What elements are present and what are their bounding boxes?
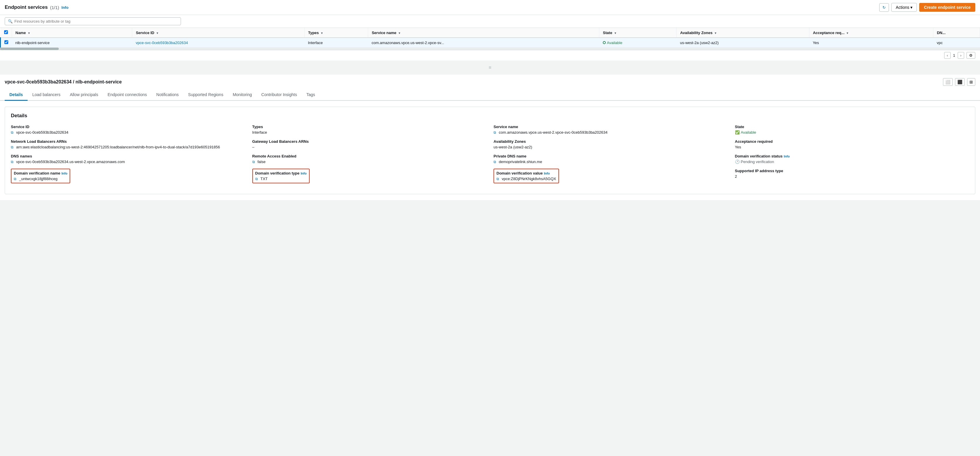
split-horizontal-icon[interactable]: ⬛ xyxy=(955,78,965,86)
state-text: Available xyxy=(607,41,622,45)
row-checkbox[interactable] xyxy=(5,40,8,44)
copy-nlb-arns-icon[interactable]: ⧉ xyxy=(11,145,15,149)
select-all-header[interactable] xyxy=(1,28,12,38)
sort-name-icon[interactable]: ▾ xyxy=(28,32,30,35)
search-bar: 🔍 xyxy=(0,15,980,28)
result-count: (1/1) xyxy=(50,5,59,10)
sort-state-icon[interactable]: ▾ xyxy=(614,32,616,35)
actions-label: Actions xyxy=(896,5,909,10)
next-page-button[interactable]: › xyxy=(958,52,964,59)
state-available: Available xyxy=(603,41,673,45)
available-dot xyxy=(603,41,606,44)
tab-allow-principals[interactable]: Allow principals xyxy=(65,89,103,101)
service-name-field: Service name ⧉ com.amazonaws.vpce.us-wes… xyxy=(493,124,728,135)
az-field: Availability Zones us-west-2a (usw2-az2) xyxy=(493,139,728,149)
select-all-checkbox[interactable] xyxy=(4,30,8,34)
gateway-lb-arns-value: – xyxy=(252,145,487,149)
create-endpoint-service-button[interactable]: Create endpoint service xyxy=(919,3,975,12)
sort-az-icon[interactable]: ▾ xyxy=(715,32,716,35)
service-id-value: ⧉ vpce-svc-0ceb593b3ba202634 xyxy=(11,130,245,135)
details-grid: Service ID ⧉ vpce-svc-0ceb593b3ba202634 … xyxy=(11,124,969,188)
state-field: State ✅ Available xyxy=(735,124,969,135)
acceptance-required-field: Acceptance required Yes xyxy=(735,139,969,149)
sort-types-icon[interactable]: ▾ xyxy=(321,32,323,35)
service-id-label: Service ID xyxy=(11,124,245,129)
info-link[interactable]: Info xyxy=(61,5,68,10)
az-value: us-west-2a (usw2-az2) xyxy=(493,145,728,149)
sort-service-id-icon[interactable]: ▾ xyxy=(157,32,158,35)
copy-service-id-icon[interactable]: ⧉ xyxy=(11,131,15,135)
row-acceptance: Yes xyxy=(809,38,933,48)
tab-monitoring[interactable]: Monitoring xyxy=(228,89,256,101)
col-service-name: Service name ▾ xyxy=(368,28,599,38)
search-input[interactable] xyxy=(14,19,178,24)
domain-verification-value: ⧉ vpce:Z8DjPNrKNgk8vhsA5GQX xyxy=(496,177,556,181)
copy-domain-verification-name-icon[interactable]: ⧉ xyxy=(14,177,18,181)
refresh-button[interactable]: ↻ xyxy=(879,3,889,12)
types-label: Types xyxy=(252,124,487,129)
resize-divider[interactable]: ≡ xyxy=(0,61,980,75)
tab-notifications[interactable]: Notifications xyxy=(151,89,183,101)
copy-service-name-icon[interactable]: ⧉ xyxy=(493,131,498,135)
copy-remote-access-icon[interactable]: ⧉ xyxy=(252,160,256,164)
copy-domain-verification-type-icon[interactable]: ⧉ xyxy=(255,177,259,181)
table-section: Name ▾ Service ID ▾ Types ▾ Service name… xyxy=(0,28,980,61)
state-check-icon: ✅ xyxy=(735,130,740,135)
table-wrap: Name ▾ Service ID ▾ Types ▾ Service name… xyxy=(0,28,980,48)
copy-private-dns-icon[interactable]: ⧉ xyxy=(493,160,498,164)
col-service-id: Service ID ▾ xyxy=(132,28,304,38)
tab-contributor-insights[interactable]: Contributor Insights xyxy=(257,89,302,101)
domain-verification-status-info-link[interactable]: Info xyxy=(784,155,790,158)
domain-verification-type-label: Domain verification type Info xyxy=(255,171,307,175)
sort-service-name-icon[interactable]: ▾ xyxy=(399,32,400,35)
search-input-wrap: 🔍 xyxy=(5,18,181,25)
supported-ip-field: Supported IP address type 2 xyxy=(735,169,969,179)
details-col-1: Service ID ⧉ vpce-svc-0ceb593b3ba202634 … xyxy=(11,124,245,188)
details-section-title: Details xyxy=(11,113,969,119)
table-settings-button[interactable]: ⚙ xyxy=(966,52,975,59)
acceptance-required-value: Yes xyxy=(735,145,969,149)
domain-verification-type-value: ⧉ TXT xyxy=(255,177,307,181)
row-checkbox-cell[interactable] xyxy=(1,38,12,48)
row-types: Interface xyxy=(304,38,368,48)
details-col-4: State ✅ Available Acceptance required Ye… xyxy=(735,124,969,188)
domain-verification-value-info-link[interactable]: Info xyxy=(544,172,550,175)
col-types: Types ▾ xyxy=(304,28,368,38)
tab-tags[interactable]: Tags xyxy=(302,89,320,101)
sort-acceptance-icon[interactable]: ▾ xyxy=(846,32,848,35)
tab-endpoint-connections[interactable]: Endpoint connections xyxy=(103,89,151,101)
domain-verification-type-info-link[interactable]: Info xyxy=(301,172,306,175)
domain-verification-value-field: Domain verification value Info ⧉ vpce:Z8… xyxy=(493,169,728,183)
domain-verification-name-label: Domain verification name Info xyxy=(14,171,67,175)
row-az: us-west-2a (usw2-az2) xyxy=(676,38,809,48)
prev-page-button[interactable]: ‹ xyxy=(944,52,951,59)
private-dns-label: Private DNS name xyxy=(493,154,728,158)
actions-button[interactable]: Actions ▾ xyxy=(891,3,917,12)
tab-load-balancers[interactable]: Load balancers xyxy=(28,89,65,101)
chevron-down-icon: ▾ xyxy=(910,5,912,10)
split-vertical-icon[interactable]: ⬜ xyxy=(943,78,953,86)
scrollbar-thumb[interactable] xyxy=(0,48,59,50)
page-number: 1 xyxy=(953,53,955,57)
details-inner-panel: Details Service ID ⧉ vpce-svc-0ceb593b3b… xyxy=(5,107,975,194)
details-content: Details Service ID ⧉ vpce-svc-0ceb593b3b… xyxy=(0,101,980,200)
tabs-bar: Details Load balancers Allow principals … xyxy=(0,89,980,101)
expand-icon[interactable]: ⊞ xyxy=(967,78,975,86)
domain-verification-status-value: 🕐 Pending verification xyxy=(735,159,969,164)
domain-verification-name-info-link[interactable]: Info xyxy=(61,172,67,175)
private-dns-field: Private DNS name ⧉ demoprivatelink.shiun… xyxy=(493,154,728,164)
row-state: Available xyxy=(599,38,676,48)
gateway-lb-arns-field: Gateway Load Balancers ARNs – xyxy=(252,139,487,149)
tab-details[interactable]: Details xyxy=(5,89,28,101)
horizontal-scrollbar[interactable] xyxy=(0,48,980,50)
copy-domain-verification-value-icon[interactable]: ⧉ xyxy=(496,177,501,181)
col-dns: DN... xyxy=(933,28,980,38)
copy-dns-names-icon[interactable]: ⧉ xyxy=(11,160,15,164)
drag-handle-icon[interactable]: ≡ xyxy=(488,65,491,70)
col-name: Name ▾ xyxy=(12,28,132,38)
service-id-link[interactable]: vpce-svc-0ceb593b3ba202634 xyxy=(136,41,188,45)
search-icon: 🔍 xyxy=(8,19,13,24)
tab-supported-regions[interactable]: Supported Regions xyxy=(183,89,228,101)
page-title-section: Endpoint services (1/1) Info xyxy=(5,5,68,10)
table-row[interactable]: nlb-endpoint-service vpce-svc-0ceb593b3b… xyxy=(1,38,980,48)
